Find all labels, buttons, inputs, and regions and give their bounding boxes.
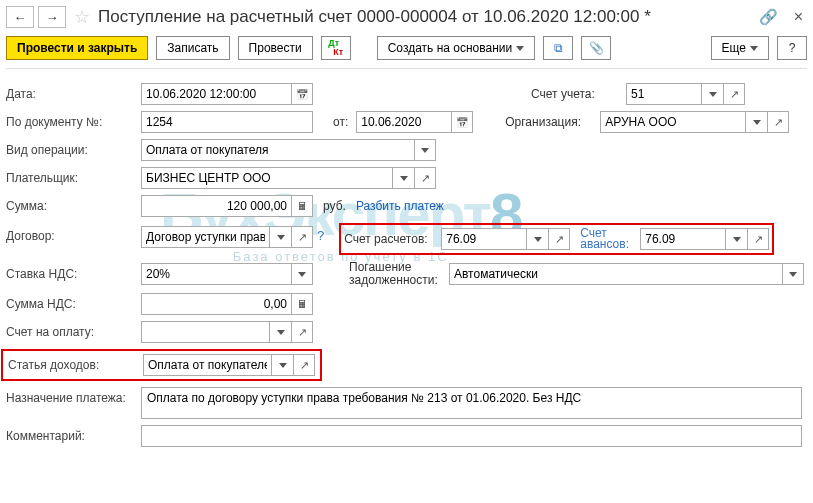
settle-acc-input[interactable] (441, 228, 526, 250)
vat-amount-calc-icon[interactable] (291, 293, 313, 315)
advance-acc-dropdown-icon[interactable] (725, 228, 747, 250)
window-header: ← → ☆ Поступление на расчетный счет 0000… (6, 6, 807, 28)
favorite-star-icon[interactable]: ☆ (74, 6, 90, 28)
comment-input[interactable] (141, 425, 802, 447)
post-button[interactable]: Провести (238, 36, 313, 60)
debt-repay-label: Погашениезадолженности: (349, 261, 449, 287)
org-open-icon[interactable] (767, 111, 789, 133)
window-title: Поступление на расчетный счет 0000-00000… (98, 7, 755, 27)
account-dropdown-icon[interactable] (701, 83, 723, 105)
advance-acc-open-icon[interactable] (747, 228, 769, 250)
purpose-textarea[interactable] (141, 387, 802, 419)
vat-amount-input[interactable] (141, 293, 291, 315)
vat-rate-input[interactable] (141, 263, 291, 285)
settle-acc-open-icon[interactable] (548, 228, 570, 250)
invoice-dropdown-icon[interactable] (269, 321, 291, 343)
payer-input[interactable] (141, 167, 392, 189)
nav-forward-button[interactable]: → (38, 6, 66, 28)
income-item-label: Статья доходов: (3, 358, 143, 372)
date-label: Дата: (6, 87, 141, 101)
amount-input[interactable] (141, 195, 291, 217)
attach-button[interactable]: 📎 (581, 36, 611, 60)
date-input[interactable] (141, 83, 291, 105)
doc-date-input[interactable] (356, 111, 451, 133)
payer-label: Плательщик: (6, 171, 141, 185)
create-based-on-button[interactable]: Создать на основании (377, 36, 536, 60)
contract-open-icon[interactable] (291, 226, 313, 248)
vat-rate-label: Ставка НДС: (6, 267, 141, 281)
income-item-dropdown-icon[interactable] (271, 354, 293, 376)
toolbar: Провести и закрыть Записать Провести Дт … (6, 36, 807, 69)
advance-acc-input[interactable] (640, 228, 725, 250)
debt-repay-input[interactable] (449, 263, 782, 285)
debit-credit-button[interactable]: Дт Кт (321, 36, 351, 60)
settle-acc-dropdown-icon[interactable] (526, 228, 548, 250)
invoice-open-icon[interactable] (291, 321, 313, 343)
link-icon[interactable]: 🔗 (759, 8, 778, 26)
amount-label: Сумма: (6, 199, 141, 213)
vat-amount-label: Сумма НДС: (6, 297, 141, 311)
income-item-input[interactable] (143, 354, 271, 376)
optype-dropdown-icon[interactable] (414, 139, 436, 161)
optype-label: Вид операции: (6, 143, 141, 157)
help-button[interactable]: ? (777, 36, 807, 60)
post-and-close-button[interactable]: Провести и закрыть (6, 36, 148, 60)
contract-label: Договор: (6, 223, 141, 243)
doc-no-input[interactable] (141, 111, 313, 133)
org-dropdown-icon[interactable] (745, 111, 767, 133)
write-button[interactable]: Записать (156, 36, 229, 60)
comment-label: Комментарий: (6, 429, 141, 443)
contract-help-icon[interactable]: ? (317, 228, 324, 243)
invoice-input[interactable] (141, 321, 269, 343)
org-label: Организация: (505, 115, 600, 129)
income-item-open-icon[interactable] (293, 354, 315, 376)
structure-button[interactable]: ⧉ (543, 36, 573, 60)
account-open-icon[interactable] (723, 83, 745, 105)
date-calendar-icon[interactable] (291, 83, 313, 105)
settle-acc-label: Счет расчетов: (344, 232, 441, 246)
income-item-highlight-box: Статья доходов: (1, 349, 322, 381)
contract-dropdown-icon[interactable] (269, 226, 291, 248)
split-payment-link[interactable]: Разбить платеж (356, 199, 444, 214)
doc-date-calendar-icon[interactable] (451, 111, 473, 133)
payer-open-icon[interactable] (414, 167, 436, 189)
nav-back-button[interactable]: ← (6, 6, 34, 28)
account-label: Счет учета: (531, 87, 626, 101)
invoice-label: Счет на оплату: (6, 325, 141, 339)
debt-repay-dropdown-icon[interactable] (782, 263, 804, 285)
close-button[interactable]: × (790, 8, 807, 26)
doc-no-label: По документу №: (6, 115, 141, 129)
vat-rate-dropdown-icon[interactable] (291, 263, 313, 285)
org-input[interactable] (600, 111, 745, 133)
more-button[interactable]: Еще (711, 36, 769, 60)
rub-label: руб. (323, 199, 346, 213)
purpose-label: Назначение платежа: (6, 387, 141, 405)
advance-acc-label: Счет авансов: (580, 228, 640, 250)
account-input[interactable] (626, 83, 701, 105)
payer-dropdown-icon[interactable] (392, 167, 414, 189)
accounts-highlight-box: Счет расчетов: Счет авансов: (339, 223, 774, 255)
from-label: от: (333, 115, 348, 129)
contract-input[interactable] (141, 226, 269, 248)
amount-calc-icon[interactable] (291, 195, 313, 217)
optype-input[interactable] (141, 139, 414, 161)
